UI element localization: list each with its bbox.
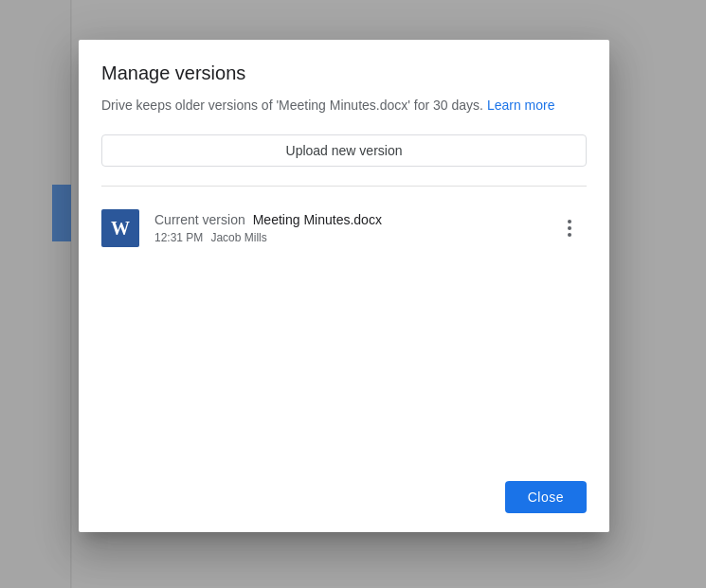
dot1 xyxy=(568,220,571,223)
divider xyxy=(101,186,587,187)
current-version-label: Current version xyxy=(154,212,245,227)
dialog-footer: Close xyxy=(101,481,587,513)
version-author: Jacob Mills xyxy=(210,231,266,244)
version-filename: Meeting Minutes.docx xyxy=(253,212,382,227)
dot3 xyxy=(568,233,571,237)
version-meta: 12:31 PM Jacob Mills xyxy=(154,231,552,244)
manage-versions-dialog: Manage versions Drive keeps older versio… xyxy=(79,40,609,532)
dot2 xyxy=(568,226,571,230)
version-time: 12:31 PM xyxy=(154,231,203,244)
version-top-row: Current version Meeting Minutes.docx xyxy=(154,212,552,227)
upload-new-version-button[interactable]: Upload new version xyxy=(101,134,587,167)
more-options-button[interactable] xyxy=(552,211,587,245)
dialog-subtitle: Drive keeps older versions of 'Meeting M… xyxy=(101,96,587,116)
close-button[interactable]: Close xyxy=(505,481,587,513)
version-row: W Current version Meeting Minutes.docx 1… xyxy=(101,202,587,255)
word-file-icon: W xyxy=(101,209,139,247)
dialog-title: Manage versions xyxy=(101,62,587,84)
subtitle-text: Drive keeps older versions of 'Meeting M… xyxy=(101,98,483,113)
learn-more-link[interactable]: Learn more xyxy=(487,98,555,113)
version-info: Current version Meeting Minutes.docx 12:… xyxy=(154,212,552,244)
